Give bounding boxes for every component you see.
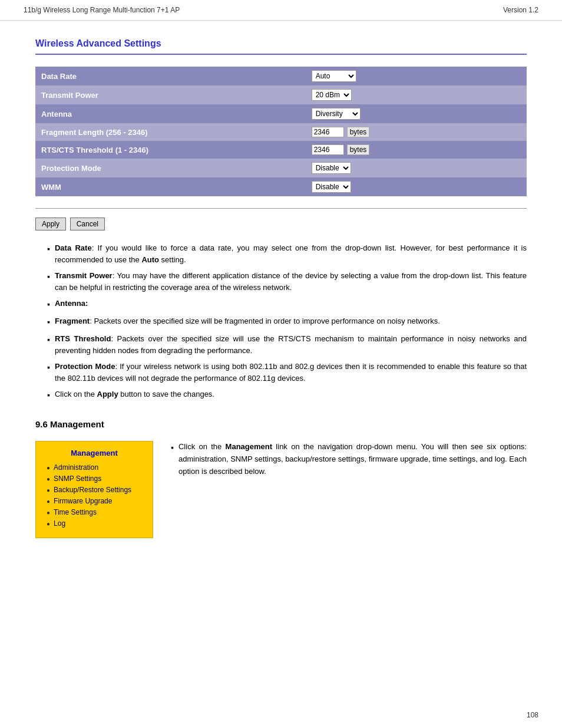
setting-control-3[interactable]: bytes (306, 123, 527, 141)
menu-item-3[interactable]: Firmware Upgrade (47, 497, 142, 505)
setting-label-4: RTS/CTS Threshold (1 - 2346) (35, 141, 306, 159)
management-desc-text: Click on the Management link on the navi… (178, 441, 527, 477)
bullet-item-5: Protection Mode: If your wireless networ… (47, 361, 527, 384)
bullet-item-4: RTS Threshold: Packets over the specifie… (47, 333, 527, 356)
setting-control-2[interactable]: DiversityAntenna AAntenna B (306, 104, 527, 123)
menu-item-5[interactable]: Log (47, 519, 142, 528)
management-desc-list: Click on the Management link on the navi… (171, 441, 527, 477)
management-section: 9.6 Management Management Administration… (35, 419, 527, 538)
header-right: Version 1.2 (503, 6, 538, 14)
menu-link-log[interactable]: Log (54, 519, 65, 528)
menu-link-snmp-settings[interactable]: SNMP Settings (54, 475, 101, 483)
menu-link-time-settings[interactable]: Time Settings (54, 508, 97, 516)
management-description: Click on the Management link on the navi… (171, 441, 527, 480)
setting-label-5: Protection Mode (35, 159, 306, 177)
unit-label: bytes (347, 127, 370, 137)
page-header: 11b/g Wireless Long Range Multi-function… (0, 0, 562, 21)
page-number: 108 (527, 711, 538, 719)
setting-label-6: WMM (35, 177, 306, 196)
menu-item-2[interactable]: Backup/Restore Settings (47, 486, 142, 494)
wireless-settings-section: Wireless Advanced Settings Data RateAuto… (35, 38, 527, 401)
bullet-item-3: Fragment: Packets over the specified siz… (47, 315, 527, 328)
button-row: Apply Cancel (35, 218, 527, 230)
menu-item-1[interactable]: SNMP Settings (47, 475, 142, 483)
menu-link-backuprestore-settings[interactable]: Backup/Restore Settings (54, 486, 131, 494)
menu-item-0[interactable]: Administration (47, 463, 142, 472)
page-footer: 108 (527, 711, 538, 719)
divider-line-1 (35, 208, 527, 209)
section-title: Wireless Advanced Settings (35, 38, 527, 49)
bullet-item-2: Antenna: (47, 298, 527, 311)
settings-table: Data RateAuto1 Mbps2 Mbps5.5 Mbps11 Mbps… (35, 67, 527, 196)
setting-control-6[interactable]: DisableEnable (306, 177, 527, 196)
setting-label-3: Fragment Length (256 - 2346) (35, 123, 306, 141)
setting-control-1[interactable]: 20 dBm17 dBm14 dBm11 dBm (306, 85, 527, 104)
section-divider (35, 54, 527, 55)
menu-link-firmware-upgrade[interactable]: Firmware Upgrade (54, 497, 112, 505)
management-layout: Management AdministrationSNMP SettingsBa… (35, 441, 527, 538)
bullet-item-1: Transmit Power: You may have the differe… (47, 270, 527, 293)
management-menu-box: Management AdministrationSNMP SettingsBa… (35, 441, 153, 538)
management-desc-item: Click on the Management link on the navi… (171, 441, 527, 477)
select-wmm[interactable]: DisableEnable (312, 181, 351, 193)
setting-control-5[interactable]: DisableEnable (306, 159, 527, 177)
page-content: Wireless Advanced Settings Data RateAuto… (0, 21, 562, 556)
input-fragment-length-256---2346[interactable] (312, 127, 344, 137)
cancel-button[interactable]: Cancel (70, 218, 105, 230)
setting-label-0: Data Rate (35, 67, 306, 85)
bullet-item-0: Data Rate: If you would like to force a … (47, 242, 527, 265)
apply-button[interactable]: Apply (35, 218, 66, 230)
setting-label-2: Antenna (35, 104, 306, 123)
setting-control-4[interactable]: bytes (306, 141, 527, 159)
description-list: Data Rate: If you would like to force a … (47, 242, 527, 401)
unit-label: bytes (347, 144, 370, 155)
menu-link-administration[interactable]: Administration (54, 463, 98, 472)
select-protection-mode[interactable]: DisableEnable (312, 162, 351, 174)
select-transmit-power[interactable]: 20 dBm17 dBm14 dBm11 dBm (312, 89, 352, 101)
management-menu-title: Management (47, 449, 142, 457)
select-data-rate[interactable]: Auto1 Mbps2 Mbps5.5 Mbps11 Mbps6 Mbps9 M… (312, 70, 356, 82)
header-left: 11b/g Wireless Long Range Multi-function… (24, 6, 180, 14)
bullet-item-6: Click on the Apply button to save the ch… (47, 388, 527, 401)
setting-control-0[interactable]: Auto1 Mbps2 Mbps5.5 Mbps11 Mbps6 Mbps9 M… (306, 67, 527, 85)
setting-label-1: Transmit Power (35, 85, 306, 104)
management-section-title: 9.6 Management (35, 419, 527, 429)
select-antenna[interactable]: DiversityAntenna AAntenna B (312, 108, 361, 120)
menu-item-4[interactable]: Time Settings (47, 508, 142, 516)
input-rtscts-threshold-1---2346[interactable] (312, 144, 344, 155)
management-menu-list: AdministrationSNMP SettingsBackup/Restor… (47, 463, 142, 528)
